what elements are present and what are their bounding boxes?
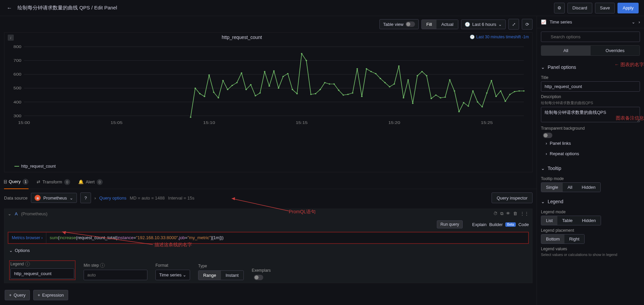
search-options-input[interactable] <box>541 32 640 42</box>
legend-list[interactable]: List <box>541 216 557 225</box>
format-select[interactable]: Time series ⌄ <box>155 270 190 280</box>
actual-seg[interactable]: Actual <box>436 20 458 29</box>
options-collapse[interactable]: ⌄ Options <box>9 248 527 253</box>
type-toggle: Range Instant <box>198 270 243 280</box>
fill-actual-toggle: Fill Actual <box>421 19 459 29</box>
legend-color-swatch <box>14 166 19 167</box>
timeshift-label: 🕘Last 30 minutes timeshift -1m <box>470 35 529 39</box>
type-range[interactable]: Range <box>198 271 221 280</box>
chevron-down-icon[interactable]: ⌄ <box>8 211 11 216</box>
svg-text:300: 300 <box>13 114 21 118</box>
legend-input[interactable] <box>10 268 74 279</box>
tab-transform[interactable]: ⇄ Transform 0 <box>37 175 70 189</box>
fill-seg[interactable]: Fill <box>422 20 437 29</box>
legend-table[interactable]: Table <box>557 216 577 225</box>
query-count-badge: 1 <box>22 179 29 185</box>
code-toggle[interactable]: Code <box>518 222 529 227</box>
panel-links-section[interactable]: › Panel links <box>541 138 640 148</box>
format-label: Format <box>155 263 190 268</box>
drag-handle-icon[interactable]: ⋮⋮ <box>520 211 529 216</box>
tooltip-all[interactable]: All <box>563 183 577 192</box>
panel-description-input[interactable]: 绘制每分钟请求数量的曲线QPS <box>541 107 640 122</box>
chart-legend[interactable]: http_request_count <box>4 163 532 172</box>
stopwatch-icon[interactable]: ⏱ <box>493 211 498 216</box>
prometheus-icon: ◉ <box>35 195 41 201</box>
svg-point-68 <box>421 71 423 72</box>
help-icon[interactable]: i <box>100 263 105 268</box>
svg-point-39 <box>287 73 289 74</box>
explain-label[interactable]: Explain <box>472 222 487 227</box>
tab-all[interactable]: All <box>541 46 591 55</box>
transparent-label: Transparent background <box>541 126 640 131</box>
transparent-switch[interactable] <box>543 133 552 138</box>
datasource-select[interactable]: ◉ Prometheus ⌄ <box>31 193 77 203</box>
tab-overrides[interactable]: Overrides <box>591 46 640 55</box>
query-inspector-button[interactable]: Query inspector <box>492 192 533 203</box>
svg-point-52 <box>347 94 349 95</box>
table-view-toggle[interactable]: Table view <box>379 19 419 29</box>
apply-button[interactable]: Apply <box>617 3 639 13</box>
back-arrow[interactable]: ← <box>5 4 13 12</box>
svg-point-58 <box>375 73 377 74</box>
svg-point-84 <box>495 96 497 97</box>
svg-point-82 <box>486 92 488 94</box>
svg-point-67 <box>417 75 418 77</box>
svg-text:15:20: 15:20 <box>388 121 400 125</box>
query-options-link[interactable]: Query options <box>99 195 127 201</box>
refresh-icon[interactable]: ⟳ <box>522 19 533 30</box>
time-range-picker[interactable]: 🕘 Last 6 hours ⌄ <box>461 19 506 29</box>
tab-query[interactable]: ⌸ Query 1 <box>4 175 29 189</box>
add-query-button[interactable]: + Query <box>5 290 30 300</box>
svg-point-75 <box>454 90 455 92</box>
legend-section[interactable]: ⌄ Legend <box>541 196 640 207</box>
chevron-right-icon: › <box>546 141 547 146</box>
info-icon[interactable]: i <box>8 35 14 41</box>
run-query-button[interactable]: Run query <box>437 220 463 228</box>
discard-button[interactable]: Discard <box>567 3 592 13</box>
datasource-help-icon[interactable]: ? <box>80 192 91 203</box>
tooltip-single[interactable]: Single <box>541 183 563 192</box>
tab-alert[interactable]: 🔔 Alert 0 <box>78 175 103 189</box>
add-expression-button[interactable]: + Expression <box>33 290 68 300</box>
zoom-out-icon[interactable]: ⤢ <box>508 19 519 30</box>
svg-point-73 <box>444 96 446 98</box>
svg-text:800: 800 <box>13 45 21 49</box>
save-button[interactable]: Save <box>595 3 615 13</box>
svg-point-50 <box>338 90 339 91</box>
legend-mode-group: List Table Hidden <box>541 216 601 225</box>
svg-point-89 <box>518 90 520 92</box>
visibility-icon[interactable]: 👁 <box>506 211 510 216</box>
svg-point-34 <box>264 71 266 72</box>
panel-options-section[interactable]: ⌄ Panel options <box>541 62 640 73</box>
duplicate-icon[interactable]: ⧉ <box>500 211 503 216</box>
repeat-options-section[interactable]: › Repeat options <box>541 148 640 159</box>
chevron-right-icon[interactable]: › <box>94 195 96 201</box>
svg-point-77 <box>463 102 465 103</box>
svg-point-65 <box>407 79 409 81</box>
legend-right[interactable]: Right <box>564 234 584 244</box>
chevron-down-icon: ⌄ <box>498 22 502 27</box>
tooltip-hidden[interactable]: Hidden <box>577 183 600 192</box>
builder-toggle[interactable]: Builder <box>489 222 503 227</box>
svg-point-78 <box>467 105 469 107</box>
visualization-picker[interactable]: 📈 Time series ⌄ › <box>537 16 644 28</box>
help-icon[interactable]: i <box>25 262 30 266</box>
type-instant[interactable]: Instant <box>221 271 243 280</box>
clock-icon: 🕘 <box>465 22 470 27</box>
svg-point-56 <box>366 68 367 70</box>
minstep-input[interactable] <box>84 270 147 280</box>
legend-hidden[interactable]: Hidden <box>577 216 600 225</box>
legend-bottom[interactable]: Bottom <box>541 234 564 244</box>
chart-canvas[interactable]: 80070060050040030015:0015:0515:1015:1515… <box>4 43 532 163</box>
datasource-row: Data source ◉ Prometheus ⌄ ? › Query opt… <box>0 189 537 207</box>
svg-text:400: 400 <box>13 100 21 104</box>
panel-title-input[interactable] <box>541 81 640 92</box>
trash-icon[interactable]: 🗑 <box>513 211 517 216</box>
metrics-browser-button[interactable]: Metrics browser › <box>8 232 46 243</box>
settings-icon[interactable]: ⚙ <box>554 3 565 13</box>
promql-text-input[interactable]: sum(increase(request_count_total{instanc… <box>46 232 528 243</box>
exemplars-switch[interactable] <box>254 275 263 280</box>
query-icon: ⌸ <box>4 179 7 184</box>
chevron-down-icon: ⌄ <box>9 248 13 253</box>
tooltip-section[interactable]: ⌄ Tooltip <box>541 163 640 174</box>
